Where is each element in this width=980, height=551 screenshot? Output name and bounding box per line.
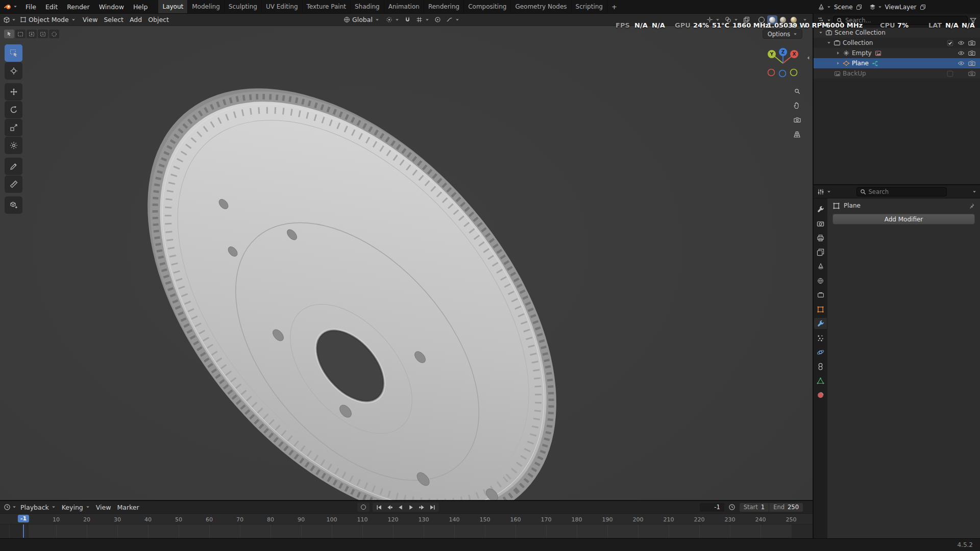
shading-solid-button[interactable]: [767, 15, 777, 24]
item-label[interactable]: Empty: [852, 49, 872, 57]
snap-toggle[interactable]: [403, 15, 412, 24]
viewlayer-dropdown-caret-icon[interactable]: [878, 5, 882, 9]
expander-icon[interactable]: [825, 41, 832, 45]
playhead[interactable]: -1: [18, 515, 29, 522]
eye-icon[interactable]: [955, 49, 966, 57]
properties-tab-data[interactable]: [814, 375, 827, 386]
item-label[interactable]: Collection: [843, 39, 873, 46]
pivot-point-dropdown[interactable]: [384, 15, 401, 24]
properties-tab-constraints[interactable]: [814, 361, 827, 372]
transport-next-keyframe[interactable]: [416, 503, 427, 512]
workspace-tab-layout[interactable]: Layout: [158, 0, 188, 13]
end-frame-field[interactable]: End 250: [769, 503, 803, 512]
viewport-menu-add[interactable]: Add: [127, 15, 145, 24]
item-label[interactable]: Plane: [852, 60, 869, 67]
transform-orientation-dropdown[interactable]: Global: [340, 15, 382, 24]
transport-jump-to-start[interactable]: [374, 503, 384, 512]
checkbox-checked-icon[interactable]: [945, 39, 955, 46]
properties-tab-material[interactable]: [814, 389, 827, 400]
current-frame-field[interactable]: -1: [700, 503, 724, 512]
select-mode-select-circle[interactable]: [49, 30, 59, 38]
show-overlays-dropdown[interactable]: [723, 15, 740, 24]
select-mode-select-extend[interactable]: [27, 30, 37, 38]
proportional-editing-toggle[interactable]: [433, 15, 443, 24]
snap-settings-dropdown[interactable]: [414, 15, 431, 24]
workspace-tab-animation[interactable]: Animation: [384, 0, 424, 13]
viewlayer-icon[interactable]: [869, 4, 876, 10]
toggle-xray-button[interactable]: [742, 15, 751, 24]
transport-prev-keyframe[interactable]: [384, 503, 395, 512]
tool-measure[interactable]: [5, 176, 22, 193]
properties-options-caret-icon[interactable]: [972, 190, 976, 194]
timeline-ruler[interactable]: 1020304050607080901001101201301401501601…: [0, 513, 813, 524]
editor-type-properties-icon[interactable]: [817, 188, 824, 195]
menu-render[interactable]: Render: [62, 0, 94, 13]
auto-keying-toggle[interactable]: [357, 503, 370, 512]
properties-tab-tool[interactable]: [814, 204, 827, 215]
scene-dropdown-caret-icon[interactable]: [827, 5, 831, 9]
pan-hand-icon[interactable]: [793, 102, 801, 109]
item-label[interactable]: Scene Collection: [835, 29, 886, 36]
tool-options-dropdown[interactable]: Options: [763, 29, 802, 39]
menu-window[interactable]: Window: [94, 0, 129, 13]
tool-add-cube[interactable]: [5, 196, 22, 214]
properties-tab-render[interactable]: [814, 218, 827, 229]
viewport-3d-scene[interactable]: [0, 26, 813, 500]
camera-icon[interactable]: [966, 39, 977, 46]
select-mode-select-subtract[interactable]: [38, 30, 48, 38]
timeline-tracks[interactable]: [0, 524, 813, 538]
camera-icon[interactable]: [966, 60, 977, 67]
menu-help[interactable]: Help: [129, 0, 153, 13]
properties-tab-collection[interactable]: [814, 289, 827, 300]
workspace-tab-sculpting[interactable]: Sculpting: [225, 0, 262, 13]
playhead-line[interactable]: [23, 524, 24, 538]
start-frame-field[interactable]: Start 1: [740, 503, 769, 512]
outliner-search-input[interactable]: [845, 17, 964, 24]
workspace-tab-shading[interactable]: Shading: [351, 0, 384, 13]
properties-tab-modifiers[interactable]: [814, 318, 827, 329]
perspective-toggle-icon[interactable]: [793, 131, 801, 138]
new-scene-icon[interactable]: [856, 4, 862, 10]
editor-type-outliner-icon[interactable]: [817, 17, 824, 24]
mode-dropdown[interactable]: Object Mode: [17, 15, 79, 24]
properties-search-input[interactable]: [869, 188, 943, 195]
eye-icon[interactable]: [955, 60, 966, 67]
shading-wireframe-button[interactable]: [756, 15, 767, 24]
tool-select-box[interactable]: [5, 44, 22, 62]
viewport-menu-select[interactable]: Select: [101, 15, 127, 24]
timeline-menu-marker[interactable]: Marker: [114, 503, 142, 512]
properties-tab-scene[interactable]: [814, 261, 827, 272]
properties-tab-world[interactable]: [814, 275, 827, 286]
outliner-row-collection[interactable]: Collection: [814, 38, 980, 48]
checkbox-empty-icon[interactable]: [945, 70, 955, 77]
proportional-falloff-dropdown[interactable]: [445, 15, 461, 24]
tool-scale[interactable]: [5, 119, 22, 136]
outliner-row-scene-collection[interactable]: Scene Collection: [814, 28, 980, 38]
editor-type-timeline-icon[interactable]: [4, 504, 11, 511]
camera-icon[interactable]: [966, 49, 977, 57]
add-modifier-button[interactable]: Add Modifier: [832, 214, 975, 224]
outliner-row-plane[interactable]: Plane: [814, 58, 980, 68]
editor-type-caret-icon[interactable]: [827, 190, 831, 194]
select-mode-select-new[interactable]: [15, 30, 26, 38]
expander-icon[interactable]: [817, 31, 824, 35]
workspace-tab-scripting[interactable]: Scripting: [572, 0, 607, 13]
shading-dropdown[interactable]: [799, 15, 810, 24]
transport-play-reverse[interactable]: [395, 503, 406, 512]
tool-annotate[interactable]: [5, 158, 22, 175]
editor-type-caret-icon[interactable]: [827, 18, 831, 22]
scene-name[interactable]: Scene: [834, 4, 853, 11]
shading-rendered-button[interactable]: [789, 15, 799, 24]
outliner-row-empty[interactable]: Empty: [814, 48, 980, 58]
scene-icon[interactable]: [818, 4, 825, 11]
item-label[interactable]: BackUp: [843, 70, 866, 77]
select-mode-tweak[interactable]: [4, 30, 14, 38]
timeline-menu-view[interactable]: View: [93, 503, 114, 512]
shading-material-button[interactable]: [778, 15, 788, 24]
tool-transform[interactable]: [5, 137, 22, 154]
navigation-gizmo[interactable]: YZX: [765, 47, 801, 79]
workspace-tab-rendering[interactable]: Rendering: [424, 0, 464, 13]
editor-type-caret-icon[interactable]: [12, 505, 16, 509]
viewport-menu-view[interactable]: View: [80, 15, 101, 24]
zoom-icon[interactable]: [793, 88, 801, 94]
